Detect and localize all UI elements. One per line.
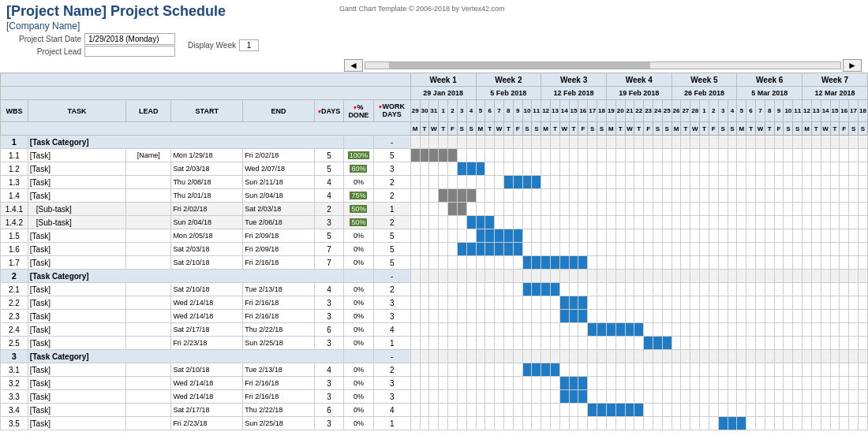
pct-cell: 75% — [344, 189, 373, 203]
project-start-label: Project Start Date — [6, 35, 81, 43]
project-start-value[interactable]: 1/29/2018 (Monday) — [84, 33, 175, 45]
workdays-cell: 2 — [373, 189, 410, 203]
start-cell: Sat 2/17/18 — [171, 323, 243, 337]
workdays-cell: 3 — [373, 377, 410, 390]
project-lead-value[interactable] — [84, 46, 175, 57]
table-row: 2.3 [Task] Wed 2/14/18 Fri 2/16/18 3 0% … — [1, 310, 868, 323]
wbs-cell: 1 — [1, 136, 28, 149]
workdays-cell: - — [373, 270, 410, 283]
workdays-cell: 5 — [373, 149, 410, 162]
task-cell: [Task] — [28, 243, 125, 256]
days-cell: 4 — [314, 283, 343, 296]
end-cell: Fri 2/16/18 — [243, 377, 315, 390]
end-cell: Fri 2/16/18 — [243, 310, 315, 323]
workdays-cell: - — [373, 136, 410, 149]
workdays-cell: 1 — [373, 337, 410, 350]
task-cell: [Task] — [28, 363, 125, 377]
start-cell: Sat 2/03/18 — [171, 243, 243, 256]
pct-cell: 0% — [344, 404, 373, 417]
task-cell: [Sub-task] — [28, 203, 125, 216]
days-cell: 3 — [314, 417, 343, 430]
table-row: 2.2 [Task] Wed 2/14/18 Fri 2/16/18 3 0% … — [1, 296, 868, 310]
task-cell: [Task] — [28, 377, 125, 390]
wbs-cell: 3.1 — [1, 363, 28, 377]
days-cell: 3 — [314, 337, 343, 350]
table-row: 1.3 [Task] Thu 2/08/18 Sun 2/11/18 4 0% … — [1, 176, 868, 189]
wbs-col-header: WBS — [1, 100, 28, 122]
lead-cell — [126, 337, 171, 350]
days-cell: 3 — [314, 377, 343, 390]
wbs-cell: 3.5 — [1, 417, 28, 430]
pct-cell: 50% — [344, 216, 373, 229]
end-cell: Fri 2/09/18 — [243, 243, 315, 256]
days-cell: 3 — [314, 310, 343, 323]
lead-cell: [Name] — [126, 149, 171, 162]
start-cell: Sat 2/10/18 — [171, 283, 243, 296]
table-row: 1.7 [Task] Sat 2/10/18 Fri 2/16/18 7 0% … — [1, 256, 868, 270]
lead-cell — [126, 363, 171, 377]
start-cell: Sun 2/04/18 — [171, 216, 243, 229]
display-week-value[interactable]: 1 — [239, 39, 259, 51]
start-cell: Mon 1/29/18 — [171, 149, 243, 162]
pct-cell: 0% — [344, 363, 373, 377]
table-row: 1.4.2 [Sub-task] Sun 2/04/18 Tue 2/06/18… — [1, 216, 868, 229]
days-cell: 3 — [314, 216, 343, 229]
wbs-cell: 1.1 — [1, 149, 28, 162]
end-cell: Fri 2/16/18 — [243, 390, 315, 404]
header-row-weeks: Week 1 Week 2 Week 3 Week 4 Week 5 Week … — [1, 73, 868, 87]
end-cell: Fri 2/16/18 — [243, 256, 315, 270]
scroll-bar[interactable] — [365, 61, 841, 69]
week3-header: Week 3 — [541, 73, 607, 87]
task-cell: [Task] — [28, 337, 125, 350]
wbs-cell: 1.7 — [1, 256, 28, 270]
lead-cell — [126, 189, 171, 203]
lead-cell — [126, 310, 171, 323]
start-cell: Mon 2/05/18 — [171, 229, 243, 243]
wbs-cell: 2.2 — [1, 296, 28, 310]
pct-col-header: ▾%DONE — [344, 100, 373, 122]
start-cell: Sat 2/10/18 — [171, 256, 243, 270]
days-cell: 6 — [314, 323, 343, 337]
workdays-cell: 3 — [373, 310, 410, 323]
pct-cell: 0% — [344, 390, 373, 404]
week6-header: Week 6 — [737, 73, 803, 87]
task-cell: [Task Category] — [28, 270, 343, 283]
task-cell: [Task] — [28, 417, 125, 430]
table-row: 2.5 [Task] Fri 2/23/18 Sun 2/25/18 3 0% … — [1, 337, 868, 350]
wbs-cell: 3.4 — [1, 404, 28, 417]
task-cell: [Task] — [28, 283, 125, 296]
wbs-cell: 3.2 — [1, 377, 28, 390]
start-cell: Sat 2/10/18 — [171, 363, 243, 377]
days-cell: 4 — [314, 189, 343, 203]
days-cell: 4 — [314, 176, 343, 189]
days-cell: 7 — [314, 243, 343, 256]
days-cell: 5 — [314, 162, 343, 176]
pct-cell: 0% — [344, 323, 373, 337]
workdays-cell: 3 — [373, 296, 410, 310]
task-cell: [Sub-task] — [28, 216, 125, 229]
days-cell: 5 — [314, 229, 343, 243]
task-cell: [Task] — [28, 162, 125, 176]
table-row: 1.5 [Task] Mon 2/05/18 Fri 2/09/18 5 0% … — [1, 229, 868, 243]
pct-cell: 100% — [344, 149, 373, 162]
pct-cell: 50% — [344, 203, 373, 216]
lead-cell — [126, 296, 171, 310]
end-cell: Fri 2/09/18 — [243, 229, 315, 243]
lead-cell — [126, 404, 171, 417]
end-cell: Wed 2/07/18 — [243, 162, 315, 176]
end-cell: Fri 2/02/18 — [243, 149, 315, 162]
scroll-left-button[interactable]: ◄ — [344, 59, 363, 72]
table-row: 1.6 [Task] Sat 2/03/18 Fri 2/09/18 7 0% … — [1, 243, 868, 256]
wbs-cell: 1.4 — [1, 189, 28, 203]
scroll-thumb — [389, 62, 650, 69]
pct-cell: 0% — [344, 243, 373, 256]
pct-cell: 0% — [344, 296, 373, 310]
wbs-cell: 1.2 — [1, 162, 28, 176]
start-cell: Fri 2/02/18 — [171, 203, 243, 216]
start-cell: Wed 2/14/18 — [171, 390, 243, 404]
scroll-right-button[interactable]: ► — [843, 59, 862, 72]
task-cell: [Task] — [28, 229, 125, 243]
workdays-cell: 2 — [373, 176, 410, 189]
week2-header: Week 2 — [476, 73, 541, 87]
header-row-daynames: MTWTFSS MTWTFSS MTWTFSS MTWTFSS MTWTFSS … — [1, 122, 868, 136]
